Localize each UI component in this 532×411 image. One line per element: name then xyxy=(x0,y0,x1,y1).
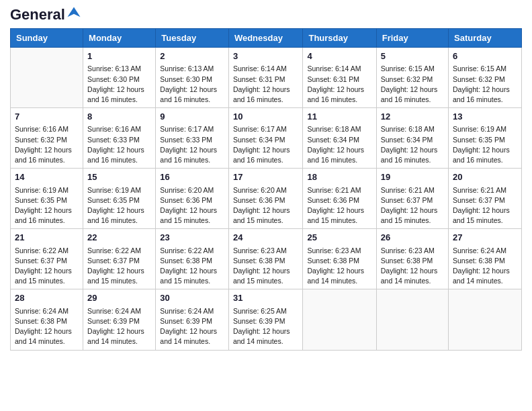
day-info: Sunrise: 6:23 AMSunset: 6:38 PMDaylight:… xyxy=(233,246,299,287)
calendar-cell: 9Sunrise: 6:17 AMSunset: 6:33 PMDaylight… xyxy=(156,108,229,169)
day-info: Sunrise: 6:24 AMSunset: 6:38 PMDaylight:… xyxy=(453,246,517,287)
day-number: 21 xyxy=(15,232,79,244)
calendar-cell: 24Sunrise: 6:23 AMSunset: 6:38 PMDayligh… xyxy=(228,229,303,289)
day-info: Sunrise: 6:20 AMSunset: 6:36 PMDaylight:… xyxy=(160,185,224,226)
day-info: Sunrise: 6:22 AMSunset: 6:37 PMDaylight:… xyxy=(87,246,151,287)
day-number: 5 xyxy=(381,50,444,62)
day-info: Sunrise: 6:18 AMSunset: 6:34 PMDaylight:… xyxy=(381,124,444,165)
svg-marker-0 xyxy=(67,7,80,17)
day-number: 23 xyxy=(160,232,224,244)
day-info: Sunrise: 6:19 AMSunset: 6:35 PMDaylight:… xyxy=(453,124,517,165)
header: General xyxy=(10,7,522,23)
day-info: Sunrise: 6:15 AMSunset: 6:32 PMDaylight:… xyxy=(381,64,444,105)
calendar-cell: 27Sunrise: 6:24 AMSunset: 6:38 PMDayligh… xyxy=(449,229,522,289)
calendar-cell: 3Sunrise: 6:14 AMSunset: 6:31 PMDaylight… xyxy=(228,48,303,108)
calendar-cell: 16Sunrise: 6:20 AMSunset: 6:36 PMDayligh… xyxy=(156,169,229,229)
weekday-header-monday: Monday xyxy=(83,29,156,48)
day-number: 26 xyxy=(381,232,444,244)
day-number: 9 xyxy=(160,111,224,123)
calendar-cell: 30Sunrise: 6:24 AMSunset: 6:39 PMDayligh… xyxy=(156,289,229,350)
day-number: 17 xyxy=(233,171,299,183)
day-info: Sunrise: 6:23 AMSunset: 6:38 PMDaylight:… xyxy=(381,246,444,287)
day-info: Sunrise: 6:13 AMSunset: 6:30 PMDaylight:… xyxy=(160,64,224,105)
calendar-cell: 8Sunrise: 6:16 AMSunset: 6:33 PMDaylight… xyxy=(83,108,156,169)
day-info: Sunrise: 6:16 AMSunset: 6:32 PMDaylight:… xyxy=(15,124,79,165)
day-info: Sunrise: 6:19 AMSunset: 6:35 PMDaylight:… xyxy=(87,185,151,226)
day-number: 6 xyxy=(453,50,517,62)
day-number: 14 xyxy=(15,171,79,183)
day-info: Sunrise: 6:23 AMSunset: 6:38 PMDaylight:… xyxy=(307,246,371,287)
calendar-cell: 10Sunrise: 6:17 AMSunset: 6:34 PMDayligh… xyxy=(228,108,303,169)
calendar-cell: 6Sunrise: 6:15 AMSunset: 6:32 PMDaylight… xyxy=(449,48,522,108)
day-info: Sunrise: 6:16 AMSunset: 6:33 PMDaylight:… xyxy=(87,124,151,165)
day-info: Sunrise: 6:17 AMSunset: 6:33 PMDaylight:… xyxy=(160,124,224,165)
day-info: Sunrise: 6:21 AMSunset: 6:37 PMDaylight:… xyxy=(453,185,517,226)
calendar-cell: 23Sunrise: 6:22 AMSunset: 6:38 PMDayligh… xyxy=(156,229,229,289)
day-number: 18 xyxy=(307,171,371,183)
logo-general: General xyxy=(10,7,65,23)
day-number: 2 xyxy=(160,50,224,62)
calendar-cell: 1Sunrise: 6:13 AMSunset: 6:30 PMDaylight… xyxy=(83,48,156,108)
calendar-cell: 2Sunrise: 6:13 AMSunset: 6:30 PMDaylight… xyxy=(156,48,229,108)
day-number: 16 xyxy=(160,171,224,183)
weekday-header-sunday: Sunday xyxy=(11,29,83,48)
day-number: 22 xyxy=(87,232,151,244)
weekday-header-tuesday: Tuesday xyxy=(156,29,229,48)
day-info: Sunrise: 6:24 AMSunset: 6:38 PMDaylight:… xyxy=(15,306,79,347)
week-row-2: 7Sunrise: 6:16 AMSunset: 6:32 PMDaylight… xyxy=(11,108,522,169)
page: General SundayMondayTuesdayWednesdayThur… xyxy=(0,0,532,411)
day-info: Sunrise: 6:14 AMSunset: 6:31 PMDaylight:… xyxy=(307,64,371,105)
day-info: Sunrise: 6:19 AMSunset: 6:35 PMDaylight:… xyxy=(15,185,79,226)
week-row-1: 1Sunrise: 6:13 AMSunset: 6:30 PMDaylight… xyxy=(11,48,522,108)
day-number: 25 xyxy=(307,232,371,244)
weekday-header-thursday: Thursday xyxy=(303,29,376,48)
day-number: 12 xyxy=(381,111,444,123)
calendar-cell: 29Sunrise: 6:24 AMSunset: 6:39 PMDayligh… xyxy=(83,289,156,350)
day-info: Sunrise: 6:14 AMSunset: 6:31 PMDaylight:… xyxy=(233,64,299,105)
day-info: Sunrise: 6:22 AMSunset: 6:38 PMDaylight:… xyxy=(160,246,224,287)
day-info: Sunrise: 6:20 AMSunset: 6:36 PMDaylight:… xyxy=(233,185,299,226)
calendar-cell: 17Sunrise: 6:20 AMSunset: 6:36 PMDayligh… xyxy=(228,169,303,229)
logo: General xyxy=(10,7,81,23)
calendar-cell: 31Sunrise: 6:25 AMSunset: 6:39 PMDayligh… xyxy=(228,289,303,350)
calendar-cell: 13Sunrise: 6:19 AMSunset: 6:35 PMDayligh… xyxy=(449,108,522,169)
day-number: 7 xyxy=(15,111,79,123)
calendar-cell: 5Sunrise: 6:15 AMSunset: 6:32 PMDaylight… xyxy=(376,48,448,108)
week-row-3: 14Sunrise: 6:19 AMSunset: 6:35 PMDayligh… xyxy=(11,169,522,229)
day-number: 19 xyxy=(381,171,444,183)
calendar-cell: 4Sunrise: 6:14 AMSunset: 6:31 PMDaylight… xyxy=(303,48,376,108)
calendar-cell xyxy=(449,289,522,350)
calendar-cell xyxy=(11,48,83,108)
calendar-cell: 22Sunrise: 6:22 AMSunset: 6:37 PMDayligh… xyxy=(83,229,156,289)
day-number: 11 xyxy=(307,111,371,123)
day-number: 15 xyxy=(87,171,151,183)
day-info: Sunrise: 6:13 AMSunset: 6:30 PMDaylight:… xyxy=(87,64,151,105)
calendar-cell xyxy=(303,289,376,350)
day-number: 20 xyxy=(453,171,517,183)
day-number: 3 xyxy=(233,50,299,62)
calendar-cell: 12Sunrise: 6:18 AMSunset: 6:34 PMDayligh… xyxy=(376,108,448,169)
day-info: Sunrise: 6:22 AMSunset: 6:37 PMDaylight:… xyxy=(15,246,79,287)
calendar-cell: 26Sunrise: 6:23 AMSunset: 6:38 PMDayligh… xyxy=(376,229,448,289)
calendar-cell: 20Sunrise: 6:21 AMSunset: 6:37 PMDayligh… xyxy=(449,169,522,229)
day-info: Sunrise: 6:18 AMSunset: 6:34 PMDaylight:… xyxy=(307,124,371,165)
week-row-4: 21Sunrise: 6:22 AMSunset: 6:37 PMDayligh… xyxy=(11,229,522,289)
calendar-cell: 14Sunrise: 6:19 AMSunset: 6:35 PMDayligh… xyxy=(11,169,83,229)
calendar-cell: 25Sunrise: 6:23 AMSunset: 6:38 PMDayligh… xyxy=(303,229,376,289)
calendar-cell: 28Sunrise: 6:24 AMSunset: 6:38 PMDayligh… xyxy=(11,289,83,350)
day-info: Sunrise: 6:21 AMSunset: 6:37 PMDaylight:… xyxy=(381,185,444,226)
day-info: Sunrise: 6:17 AMSunset: 6:34 PMDaylight:… xyxy=(233,124,299,165)
calendar-cell: 15Sunrise: 6:19 AMSunset: 6:35 PMDayligh… xyxy=(83,169,156,229)
calendar-cell: 7Sunrise: 6:16 AMSunset: 6:32 PMDaylight… xyxy=(11,108,83,169)
day-number: 29 xyxy=(87,292,151,304)
weekday-header-row: SundayMondayTuesdayWednesdayThursdayFrid… xyxy=(11,29,522,48)
day-info: Sunrise: 6:15 AMSunset: 6:32 PMDaylight:… xyxy=(453,64,517,105)
calendar-cell: 21Sunrise: 6:22 AMSunset: 6:37 PMDayligh… xyxy=(11,229,83,289)
day-info: Sunrise: 6:24 AMSunset: 6:39 PMDaylight:… xyxy=(160,306,224,347)
day-number: 31 xyxy=(233,292,299,304)
calendar-cell: 11Sunrise: 6:18 AMSunset: 6:34 PMDayligh… xyxy=(303,108,376,169)
calendar-table: SundayMondayTuesdayWednesdayThursdayFrid… xyxy=(10,28,522,350)
day-info: Sunrise: 6:25 AMSunset: 6:39 PMDaylight:… xyxy=(233,306,299,347)
calendar-cell: 18Sunrise: 6:21 AMSunset: 6:36 PMDayligh… xyxy=(303,169,376,229)
day-number: 30 xyxy=(160,292,224,304)
